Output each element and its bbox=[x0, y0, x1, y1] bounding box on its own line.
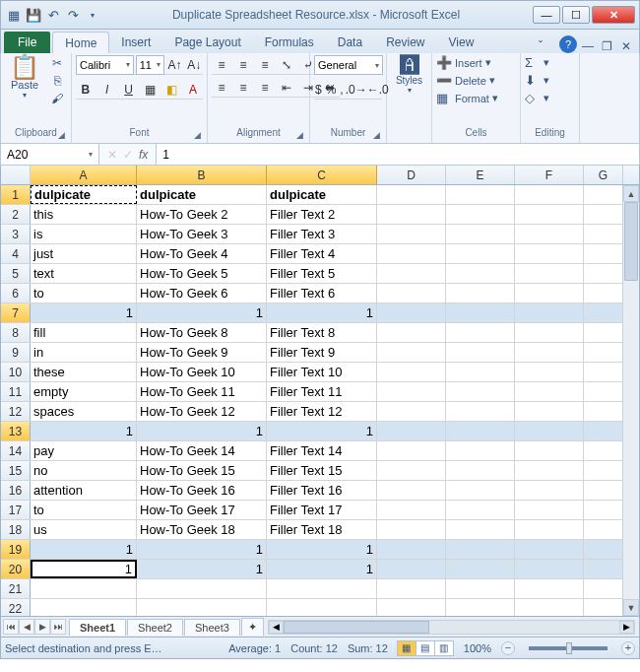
cell-B3[interactable]: How-To Geek 3 bbox=[137, 225, 267, 243]
cell-G18[interactable] bbox=[584, 520, 623, 539]
align-left-icon[interactable]: ≡ bbox=[212, 78, 231, 98]
cell-D20[interactable] bbox=[377, 560, 446, 578]
redo-icon[interactable]: ↷ bbox=[64, 6, 82, 24]
fx-icon[interactable]: fx bbox=[139, 148, 148, 162]
cell-F3[interactable] bbox=[515, 225, 584, 243]
row-header-15[interactable]: 15 bbox=[1, 461, 31, 480]
cell-A3[interactable]: is bbox=[31, 225, 137, 243]
cell-E15[interactable] bbox=[446, 461, 515, 480]
horizontal-scrollbar[interactable]: ◀ ▶ bbox=[268, 620, 635, 635]
cell-C13[interactable]: 1 bbox=[267, 422, 377, 440]
column-header-B[interactable]: B bbox=[137, 166, 267, 184]
vertical-scrollbar[interactable]: ▲ ▼ bbox=[622, 185, 639, 616]
cell-E5[interactable] bbox=[446, 264, 515, 283]
cell-B1[interactable]: dulpicate bbox=[137, 185, 267, 204]
save-icon[interactable]: 💾 bbox=[25, 6, 42, 24]
column-header-G[interactable]: G bbox=[584, 166, 623, 184]
cell-D17[interactable] bbox=[377, 501, 446, 519]
cell-C6[interactable]: Filler Text 6 bbox=[267, 284, 377, 302]
select-all-corner[interactable] bbox=[1, 166, 31, 184]
shrink-font-icon[interactable]: A↓ bbox=[185, 55, 203, 75]
cell-F12[interactable] bbox=[515, 402, 584, 421]
cell-B8[interactable]: How-To Geek 8 bbox=[137, 323, 267, 342]
clipboard-dialog-icon[interactable]: ◢ bbox=[55, 130, 67, 142]
column-header-C[interactable]: C bbox=[267, 166, 377, 184]
cell-F13[interactable] bbox=[515, 422, 584, 440]
cell-A9[interactable]: in bbox=[31, 343, 137, 362]
minimize-ribbon-icon[interactable]: ˇ bbox=[539, 39, 554, 53]
cell-E22[interactable] bbox=[446, 599, 515, 616]
cell-B13[interactable]: 1 bbox=[137, 422, 267, 440]
increase-decimal-icon[interactable]: .0→ bbox=[347, 80, 366, 100]
scroll-right-icon[interactable]: ▶ bbox=[619, 621, 634, 634]
name-box[interactable]: A20▾ bbox=[1, 144, 99, 165]
cell-B18[interactable]: How-To Geek 18 bbox=[137, 520, 267, 539]
cell-C11[interactable]: Filler Text 11 bbox=[267, 382, 377, 401]
cell-C18[interactable]: Filler Text 18 bbox=[267, 520, 377, 539]
cell-B4[interactable]: How-To Geek 4 bbox=[137, 244, 267, 263]
cell-G2[interactable] bbox=[584, 205, 623, 224]
file-tab[interactable]: File bbox=[4, 32, 50, 53]
cell-G12[interactable] bbox=[584, 402, 623, 421]
row-header-8[interactable]: 8 bbox=[1, 323, 31, 342]
cell-G1[interactable] bbox=[584, 185, 623, 204]
cell-D10[interactable] bbox=[377, 363, 446, 381]
align-top-icon[interactable]: ≡ bbox=[212, 55, 231, 75]
cell-D9[interactable] bbox=[377, 343, 446, 362]
font-size-combo[interactable]: 11▾ bbox=[136, 55, 164, 75]
styles-button[interactable]: 🅰Styles▾ bbox=[391, 55, 427, 95]
mdi-minimize-icon[interactable]: — bbox=[582, 39, 598, 53]
row-header-20[interactable]: 20 bbox=[1, 560, 31, 578]
cell-C12[interactable]: Filler Text 12 bbox=[267, 402, 377, 421]
delete-button[interactable]: ➖Delete ▾ bbox=[436, 73, 495, 88]
tab-review[interactable]: Review bbox=[374, 32, 436, 53]
cell-D5[interactable] bbox=[377, 264, 446, 283]
column-header-E[interactable]: E bbox=[446, 166, 515, 184]
cell-E14[interactable] bbox=[446, 441, 515, 460]
row-header-10[interactable]: 10 bbox=[1, 363, 31, 381]
align-bottom-icon[interactable]: ≡ bbox=[255, 55, 275, 75]
cell-E10[interactable] bbox=[446, 363, 515, 381]
cell-A1[interactable]: dulpicate bbox=[31, 185, 137, 204]
format-button[interactable]: ▦Format ▾ bbox=[436, 91, 498, 105]
row-header-2[interactable]: 2 bbox=[1, 205, 31, 224]
cell-G22[interactable] bbox=[584, 599, 623, 616]
cell-D16[interactable] bbox=[377, 481, 446, 500]
cell-E1[interactable] bbox=[446, 185, 515, 204]
cell-B17[interactable]: How-To Geek 17 bbox=[137, 501, 267, 519]
align-right-icon[interactable]: ≡ bbox=[255, 78, 275, 98]
cell-D18[interactable] bbox=[377, 520, 446, 539]
cell-A11[interactable]: empty bbox=[31, 382, 137, 401]
italic-button[interactable]: I bbox=[97, 80, 117, 100]
tab-page-layout[interactable]: Page Layout bbox=[162, 32, 252, 53]
cut-icon[interactable]: ✂ bbox=[49, 55, 65, 71]
cell-F22[interactable] bbox=[515, 599, 584, 616]
comma-icon[interactable]: , bbox=[339, 80, 344, 100]
cell-G14[interactable] bbox=[584, 441, 623, 460]
scroll-left-icon[interactable]: ◀ bbox=[269, 621, 284, 634]
sheet-tab-sheet3[interactable]: Sheet3 bbox=[184, 619, 240, 636]
cell-A2[interactable]: this bbox=[31, 205, 137, 224]
cell-C5[interactable]: Filler Text 5 bbox=[267, 264, 377, 283]
cell-F6[interactable] bbox=[515, 284, 584, 302]
cell-D7[interactable] bbox=[377, 303, 446, 322]
cell-F8[interactable] bbox=[515, 323, 584, 342]
zoom-in-button[interactable]: + bbox=[621, 641, 635, 655]
cell-C16[interactable]: Filler Text 16 bbox=[267, 481, 377, 500]
cell-G4[interactable] bbox=[584, 244, 623, 263]
font-name-combo[interactable]: Calibri▾ bbox=[76, 55, 134, 75]
cell-G8[interactable] bbox=[584, 323, 623, 342]
paste-button[interactable]: 📋 Paste ▾ bbox=[5, 55, 44, 100]
copy-icon[interactable]: ⎘ bbox=[49, 73, 65, 89]
cell-E7[interactable] bbox=[446, 303, 515, 322]
align-middle-icon[interactable]: ≡ bbox=[233, 55, 253, 75]
minimize-button[interactable]: — bbox=[533, 6, 560, 24]
tab-data[interactable]: Data bbox=[326, 32, 374, 53]
cell-A20[interactable]: 1 bbox=[31, 560, 137, 578]
row-header-1[interactable]: 1 bbox=[1, 185, 31, 204]
cell-A22[interactable] bbox=[31, 599, 137, 616]
cell-C8[interactable]: Filler Text 8 bbox=[267, 323, 377, 342]
column-header-F[interactable]: F bbox=[515, 166, 584, 184]
column-header-D[interactable]: D bbox=[377, 166, 446, 184]
cell-A18[interactable]: us bbox=[31, 520, 137, 539]
